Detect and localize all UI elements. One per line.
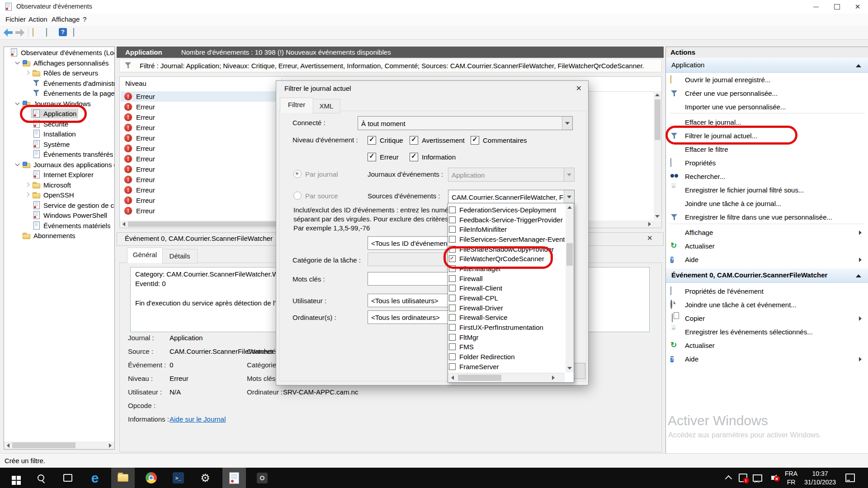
tab-details[interactable]: Détails <box>162 249 198 263</box>
sources-combo[interactable]: CAM.Courrier.ScannerFileWatcher, File <box>448 190 575 204</box>
tray-hidden-icons[interactable] <box>722 468 735 488</box>
tray-volume[interactable]: ✕ <box>765 468 780 488</box>
chevron-expanded-icon[interactable] <box>14 100 21 107</box>
action-pane-icon[interactable] <box>73 28 74 37</box>
dialog-tab-xml[interactable]: XML <box>312 99 340 113</box>
tree-item-affichages[interactable]: Affichages personnalisés <box>5 58 113 68</box>
source-option[interactable]: Feedback-Service-TriggerProvider <box>449 215 565 225</box>
checkbox-icon[interactable] <box>449 305 456 311</box>
taskbar-chrome[interactable] <box>141 468 161 488</box>
tree-horizontal-scrollbar[interactable] <box>4 441 114 449</box>
logs-combo[interactable]: Application <box>448 168 575 182</box>
scroll-left-icon[interactable] <box>7 443 9 448</box>
tree-item-microsoft[interactable]: Microsoft <box>5 180 113 190</box>
chevron-collapsed-icon[interactable] <box>24 191 31 198</box>
maximize-button[interactable] <box>826 0 847 14</box>
taskbar-file-explorer[interactable] <box>111 468 135 488</box>
checkbox-icon[interactable] <box>410 136 418 145</box>
chevron-collapsed-icon[interactable] <box>24 181 31 188</box>
action-joindre-tache-evenement[interactable]: Joindre une tâche à cet événement... <box>666 298 868 311</box>
dialog-close-icon[interactable]: ✕ <box>576 84 582 93</box>
checkbox-icon[interactable] <box>449 226 456 233</box>
checkbox-icon[interactable] <box>471 136 479 145</box>
close-detail-icon[interactable]: ✕ <box>647 234 653 242</box>
help-icon[interactable]: ? <box>59 28 67 36</box>
action-ouvrir-journal[interactable]: Ouvrir le journal enregistré... <box>666 73 868 86</box>
tree-item-openssh[interactable]: OpenSSH <box>5 190 113 200</box>
forward-arrow-icon[interactable] <box>14 28 25 38</box>
checkbox-information[interactable]: Information <box>410 153 456 161</box>
checkbox-erreur[interactable]: Erreur <box>368 153 399 161</box>
tree-item-transferes[interactable]: Événements transférés <box>5 149 113 159</box>
chevron-expanded-icon[interactable] <box>14 59 21 66</box>
source-option[interactable]: Firewall <box>449 274 565 283</box>
checkbox-icon[interactable] <box>449 353 456 360</box>
source-option[interactable]: Firewall-Service <box>449 313 565 322</box>
checkbox-icon[interactable] <box>410 153 418 161</box>
action-enregistrer-filtre-vue[interactable]: Enregistrer le filtre dans une vue perso… <box>666 210 868 224</box>
scroll-left-icon[interactable] <box>451 375 454 380</box>
tree-item-root[interactable]: Observateur d'événements (Loca <box>5 47 113 57</box>
taskbar-event-viewer[interactable] <box>222 468 246 488</box>
checkbox-icon[interactable] <box>449 216 456 223</box>
action-importer-vue[interactable]: Importer une vue personnalisée... <box>666 100 868 113</box>
tree-item-evenements-page[interactable]: Événements de la page d <box>5 88 113 98</box>
taskbar-powershell[interactable]: >_ <box>168 468 188 488</box>
tray-clock[interactable]: 10:3731/10/2023 <box>801 468 839 488</box>
tree-item-roles[interactable]: Rôles de serveurs <box>5 68 113 78</box>
source-option[interactable]: Folder Redirection <box>449 352 565 361</box>
action-rechercher[interactable]: Rechercher... <box>666 169 868 183</box>
taskbar-task-view[interactable] <box>58 468 78 488</box>
dropdown-vertical-scrollbar[interactable] <box>566 203 574 372</box>
action-affichage[interactable]: Affichage <box>666 225 868 239</box>
tree-item-powershell[interactable]: Windows PowerShell <box>5 210 113 220</box>
scrollbar-thumb[interactable] <box>655 99 660 140</box>
scrollbar-thumb[interactable] <box>458 375 501 381</box>
source-option[interactable]: FirstUX-PerfInstrumentation <box>449 323 565 332</box>
action-creer-vue[interactable]: Créer une vue personnalisée... <box>666 86 868 100</box>
source-option[interactable]: Firewall-Driver <box>449 303 565 313</box>
dropdown-horizontal-scrollbar[interactable] <box>448 373 565 382</box>
tree-item-systeme[interactable]: Système <box>5 139 113 149</box>
taskbar-search[interactable] <box>31 468 51 488</box>
tray-app-alert[interactable]: ! <box>736 468 750 488</box>
action-aide-evenement[interactable]: ?Aide <box>666 352 868 366</box>
checkbox-icon[interactable] <box>368 136 376 145</box>
console-window-icon[interactable] <box>46 28 47 37</box>
dropdown-arrow-icon[interactable] <box>564 168 574 181</box>
scroll-up-icon[interactable] <box>655 94 660 96</box>
tree-item-evenements-admin[interactable]: Événements d'administra <box>5 78 113 88</box>
checkbox-icon[interactable] <box>368 153 376 161</box>
scroll-right-icon[interactable] <box>648 222 651 226</box>
action-joindre-tache-journal[interactable]: Joindre une tâche à ce journal... <box>666 197 868 210</box>
dialog-title-bar[interactable]: Filtrer le journal actuel ✕ <box>276 81 588 96</box>
checkbox-icon[interactable] <box>449 363 456 370</box>
scroll-right-icon[interactable] <box>552 375 555 380</box>
dropdown-arrow-icon[interactable] <box>562 117 572 130</box>
tree-item-internet-explorer[interactable]: Internet Explorer <box>5 169 113 179</box>
taskbar-settings[interactable]: ⚙ <box>195 468 215 488</box>
menu-affichage[interactable]: Affichage <box>49 15 82 23</box>
checkbox-icon[interactable] <box>449 324 456 331</box>
minimize-button[interactable] <box>806 0 826 14</box>
action-copier[interactable]: Copier <box>666 311 868 325</box>
tray-language[interactable]: FRAFR <box>782 468 800 488</box>
tree-item-gestion-cles[interactable]: Service de gestion de clés <box>5 200 113 210</box>
checkbox-commentaires[interactable]: Commentaires <box>471 136 527 145</box>
list-vertical-scrollbar[interactable] <box>654 91 661 220</box>
export-log-icon[interactable] <box>33 28 33 37</box>
scroll-down-icon[interactable] <box>655 215 660 218</box>
close-button[interactable]: ✕ <box>847 0 868 14</box>
checkbox-icon[interactable] <box>449 285 456 291</box>
tray-network[interactable] <box>750 468 764 488</box>
logged-combo[interactable]: À tout moment <box>358 116 573 130</box>
tree-item-abonnements[interactable]: Abonnements <box>5 230 113 240</box>
log-help-link[interactable]: Aide sur le Journal <box>170 415 226 423</box>
column-header-niveau[interactable]: Niveau <box>125 80 146 87</box>
taskbar-capture-tool[interactable] <box>252 468 272 488</box>
collapse-icon[interactable] <box>856 274 861 277</box>
back-arrow-icon[interactable] <box>3 28 14 38</box>
action-enregistrer-evenements[interactable]: Enregistrer les événements sélectionnés.… <box>666 325 868 338</box>
taskbar-edge[interactable]: e <box>85 468 105 488</box>
source-option[interactable]: FltMgr <box>449 333 565 342</box>
